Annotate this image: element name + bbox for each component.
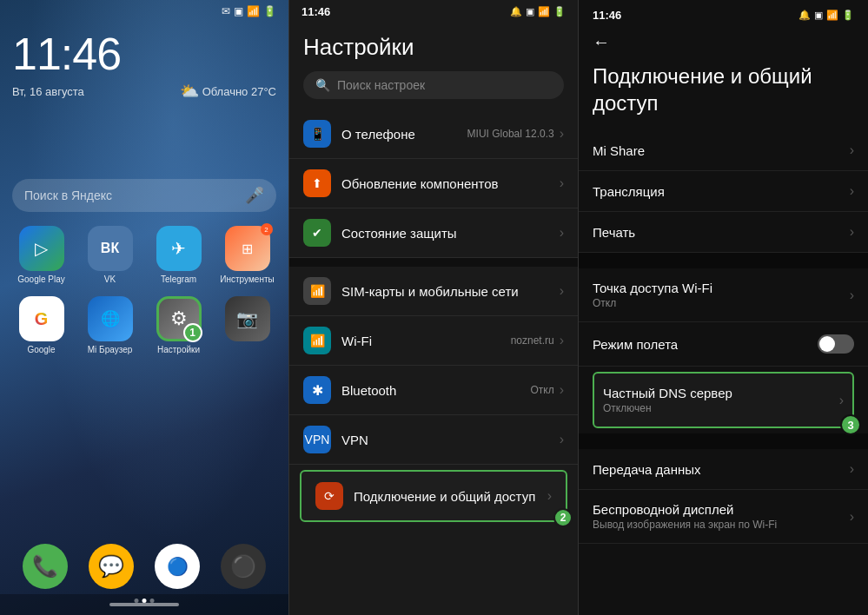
wireless-display-chevron: › <box>850 509 854 525</box>
battery-icon-home: 🔋 <box>263 5 276 17</box>
connection-item-wrapper: ⟳ Подключение и общий доступ › 2 <box>289 465 578 527</box>
bluetooth-icon: ✱ <box>303 376 331 404</box>
data-transfer-title: Передача данных <box>593 462 850 477</box>
dns-subtitle: Отключен <box>603 402 839 414</box>
dock-messages[interactable]: 💬 <box>89 544 134 589</box>
conn-airplane[interactable]: Режим полета <box>579 322 868 367</box>
conn-divider-2 <box>579 433 868 449</box>
about-badge: MIUI Global 12.0.3 <box>467 128 554 140</box>
app-google-play[interactable]: ▷ Google Play <box>12 226 70 284</box>
connection-title: Подключение и общий доступ <box>354 489 547 504</box>
vpn-content: VPN <box>341 433 560 447</box>
mi-share-chevron: › <box>850 142 854 158</box>
settings-item-wifi[interactable]: 📶 Wi-Fi noznet.ru › <box>289 316 578 366</box>
settings-item-vpn[interactable]: VPN VPN › <box>289 415 578 465</box>
mic-icon[interactable]: 🎤 <box>245 186 264 205</box>
sim-icon: ▣ <box>234 5 243 17</box>
update-icon: ⬆ <box>303 169 331 197</box>
connection-screen: 11:46 🔔 ▣ 📶 🔋 ← Подключение и общий дост… <box>579 0 868 615</box>
conn-wifi-icon: 📶 <box>826 10 838 21</box>
connection-chevron: › <box>547 488 552 504</box>
app-tools[interactable]: ⊞ 2 Инструменты <box>218 226 276 284</box>
cast-chevron: › <box>850 183 854 199</box>
camera-icon: 📷 <box>225 296 270 341</box>
about-title: О телефоне <box>341 127 467 142</box>
app-camera[interactable]: 📷 <box>218 296 276 354</box>
conn-dns[interactable]: Частный DNS сервер Отключен › 3 <box>593 372 854 428</box>
dns-title: Частный DNS сервер <box>603 386 839 400</box>
step-1-badge: 1 <box>183 323 202 342</box>
app-vk[interactable]: ВК VK <box>81 226 139 284</box>
cast-content: Трансляция <box>593 184 850 199</box>
wireless-display-subtitle: Вывод изображения на экран по Wi-Fi <box>593 519 850 531</box>
airplane-toggle[interactable] <box>818 334 854 354</box>
dock-chrome[interactable]: 🔵 <box>155 544 200 589</box>
security-chevron: › <box>560 225 564 241</box>
weather-text: Облачно 27°C <box>202 85 276 98</box>
security-icon: ✔ <box>303 219 331 247</box>
settings-status-bar: 11:46 🔔 ▣ 📶 🔋 <box>289 0 578 23</box>
dot-1 <box>135 598 139 603</box>
sim-content: SIM-карты и мобильные сети <box>341 284 560 299</box>
conn-mi-share[interactable]: Mi Share › <box>579 130 868 171</box>
google-icon: G <box>19 296 64 341</box>
vpn-icon: VPN <box>303 426 331 453</box>
app-google[interactable]: G Google <box>12 296 70 354</box>
security-title: Состояние защиты <box>341 226 560 241</box>
sim-icon-s: ▣ <box>526 6 534 17</box>
yandex-search-bar[interactable]: Поиск в Яндекс 🎤 <box>12 179 276 212</box>
dot-2 <box>142 598 147 603</box>
toggle-knob-airplane <box>819 336 835 352</box>
settings-item-about[interactable]: 📱 О телефоне MIUI Global 12.0.3 › <box>289 109 578 159</box>
update-content: Обновление компонентов <box>341 176 560 191</box>
app-label-tools: Инструменты <box>220 274 274 284</box>
data-transfer-content: Передача данных <box>593 462 850 477</box>
app-mi-browser[interactable]: 🌐 Mi Браузер <box>81 296 139 354</box>
dock-phone[interactable]: 📞 <box>23 544 68 589</box>
weather-widget: ⛅ Облачно 27°C <box>180 82 276 101</box>
settings-item-sim[interactable]: 📶 SIM-карты и мобильные сети › <box>289 267 578 316</box>
conn-data-transfer[interactable]: Передача данных › <box>579 449 868 490</box>
app-settings[interactable]: ⚙ 1 Настройки <box>149 296 208 354</box>
back-button[interactable]: ← <box>579 25 868 59</box>
dock-bar: 📞 💬 🔵 ⚫ <box>12 544 276 589</box>
wifi-chevron: › <box>560 333 564 348</box>
settings-item-bluetooth[interactable]: ✱ Bluetooth Откл › <box>289 366 578 415</box>
data-transfer-chevron: › <box>850 461 854 477</box>
conn-sim-icon: ▣ <box>814 10 823 21</box>
settings-search-box[interactable]: 🔍 Поиск настроек <box>303 71 564 99</box>
vk-icon: ВК <box>88 226 133 271</box>
app-grid-row1: ▷ Google Play ВК VK ✈ Telegram ⊞ 2 Инстр… <box>0 226 288 284</box>
airplane-content: Режим полета <box>593 337 818 352</box>
update-title: Обновление компонентов <box>341 176 560 191</box>
settings-item-connection[interactable]: ⟳ Подключение и общий доступ › 2 <box>300 470 567 522</box>
settings-item-update[interactable]: ⬆ Обновление компонентов › <box>289 159 578 208</box>
wifi-icon-item: 📶 <box>303 327 331 354</box>
app-telegram[interactable]: ✈ Telegram <box>149 226 208 284</box>
hotspot-subtitle: Откл <box>593 297 850 309</box>
google-play-icon: ▷ <box>19 226 64 271</box>
dns-content: Частный DNS сервер Отключен <box>603 386 839 414</box>
wifi-content: Wi-Fi <box>341 334 511 348</box>
conn-alarm-icon: 🔔 <box>798 10 811 21</box>
connection-content: Подключение и общий доступ <box>354 489 547 504</box>
settings-item-security[interactable]: ✔ Состояние защиты › <box>289 208 578 258</box>
bluetooth-badge: Откл <box>530 384 553 396</box>
home-nav-bar <box>0 594 288 615</box>
print-title: Печать <box>593 225 850 240</box>
conn-divider-1 <box>579 253 868 268</box>
conn-status-icons: 🔔 ▣ 📶 🔋 <box>798 10 854 21</box>
connection-list: Mi Share › Трансляция › Печать › Точка д… <box>579 130 868 615</box>
dock-camera-icon: ⚫ <box>230 554 256 579</box>
conn-print[interactable]: Печать › <box>579 212 868 253</box>
cast-title: Трансляция <box>593 184 850 199</box>
settings-list: 📱 О телефоне MIUI Global 12.0.3 › ⬆ Обно… <box>289 109 578 615</box>
dock-camera[interactable]: ⚫ <box>221 544 266 589</box>
conn-hotspot[interactable]: Точка доступа Wi-Fi Откл › <box>579 268 868 322</box>
update-chevron: › <box>560 175 564 191</box>
conn-cast[interactable]: Трансляция › <box>579 171 868 212</box>
print-content: Печать <box>593 225 850 240</box>
step-2-badge: 2 <box>553 508 573 527</box>
conn-wireless-display[interactable]: Беспроводной дисплей Вывод изображения н… <box>579 490 868 544</box>
telegram-icon: ✈ <box>156 226 202 271</box>
